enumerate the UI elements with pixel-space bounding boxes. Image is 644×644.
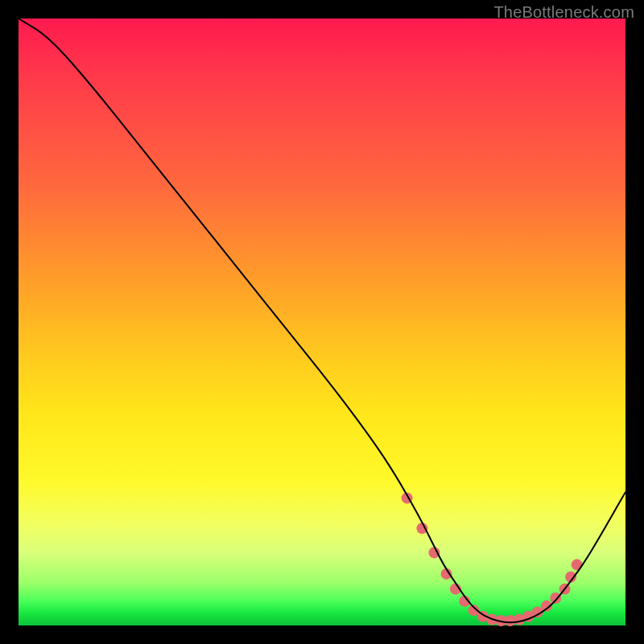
highlight-dot xyxy=(416,522,427,534)
curve-svg xyxy=(19,19,625,625)
highlight-dot xyxy=(428,547,440,559)
highlight-dot xyxy=(572,559,583,571)
plot-area xyxy=(19,19,625,625)
watermark-text: TheBottleneck.com xyxy=(493,3,634,22)
bottleneck-curve xyxy=(19,19,625,622)
marker-layer xyxy=(402,493,583,626)
chart-frame: TheBottleneck.com xyxy=(0,0,644,644)
